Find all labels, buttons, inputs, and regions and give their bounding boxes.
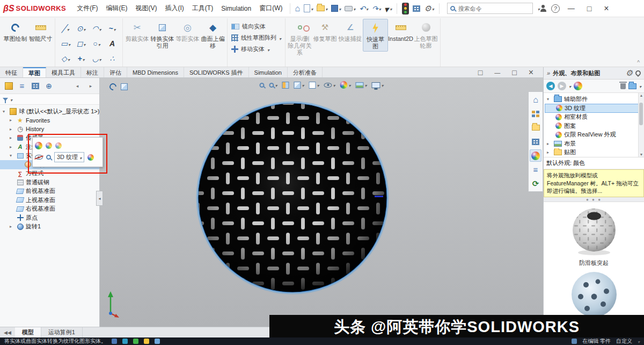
- tree-item-material[interactable]: 普通碳钢: [0, 178, 99, 187]
- convert-entities-button[interactable]: 转换实体引用: [150, 19, 175, 51]
- menu-view[interactable]: 视图(V): [132, 2, 161, 15]
- taskpane-view-palette-tab[interactable]: [530, 135, 541, 148]
- status-icon-2[interactable]: [122, 339, 128, 344]
- expander-icon[interactable]: [10, 127, 14, 132]
- taskpane-custom-properties-tab[interactable]: [530, 163, 541, 176]
- tab-features[interactable]: 特征: [0, 67, 23, 77]
- offset-entities-button[interactable]: ◎ 等距实体: [175, 19, 200, 44]
- nav-forward-button[interactable]: ▶: [558, 82, 566, 90]
- menu-file[interactable]: 文件(F): [73, 2, 101, 15]
- point-tool[interactable]: [105, 51, 120, 66]
- tree-item-revolve[interactable]: 旋转1: [0, 222, 99, 232]
- expander-icon[interactable]: [547, 141, 552, 146]
- section-view-button[interactable]: [282, 82, 289, 89]
- expander-icon[interactable]: [10, 135, 14, 140]
- scroll-up-arrow[interactable]: ▲: [640, 94, 643, 97]
- expander-icon[interactable]: [10, 153, 14, 158]
- zoom-to-selection-icon[interactable]: [46, 155, 51, 160]
- maximize-button[interactable]: [581, 3, 597, 14]
- menu-tools[interactable]: 工具(T): [188, 2, 217, 15]
- model-sphere[interactable]: [191, 96, 394, 300]
- expander-icon[interactable]: [3, 109, 8, 114]
- dimxpert-tab[interactable]: [44, 81, 54, 91]
- view-cube-button[interactable]: [121, 83, 128, 92]
- library-item-decals[interactable]: 贴图: [545, 148, 644, 157]
- thumbnail-tread-plate[interactable]: [565, 206, 624, 257]
- close-button[interactable]: [598, 3, 614, 15]
- status-icon-3[interactable]: [133, 339, 138, 344]
- doc-minimize-button[interactable]: [494, 69, 500, 76]
- tree-item-part[interactable]: 球 (默认<<默认>_显示状态 1>): [0, 107, 99, 116]
- menu-insert[interactable]: 插入(I): [162, 2, 188, 15]
- taskpane-file-explorer-tab[interactable]: [530, 121, 541, 134]
- tab-evaluate[interactable]: 评估: [104, 67, 127, 77]
- doc-close-button[interactable]: [529, 68, 533, 77]
- library-folder-icon[interactable]: [628, 83, 636, 89]
- taskpane-sync-tab[interactable]: [530, 177, 541, 190]
- tab-addins[interactable]: SOLIDWORKS 插件: [184, 67, 249, 77]
- tab-analysis-prep[interactable]: 分析准备: [288, 67, 323, 77]
- menu-window[interactable]: 窗口(W): [255, 2, 286, 15]
- tree-filter[interactable]: [0, 94, 99, 105]
- display-settings-button[interactable]: [411, 4, 422, 13]
- doc-maximize-button[interactable]: [512, 68, 516, 77]
- open-button[interactable]: [315, 4, 329, 13]
- print-button[interactable]: [343, 4, 357, 13]
- tree-item-favorites[interactable]: Favorites: [0, 116, 99, 125]
- pin-icon[interactable]: [634, 69, 642, 77]
- display-relations-button[interactable]: 显示/删除几何关系: [287, 19, 312, 58]
- polygon-tool[interactable]: [58, 51, 73, 66]
- command-search[interactable]: [447, 3, 533, 14]
- motion-study-tab[interactable]: 运动算例1: [41, 327, 83, 337]
- help-button[interactable]: ?: [550, 3, 561, 14]
- pane-arrow-left[interactable]: ◂: [72, 81, 82, 91]
- search-input[interactable]: [457, 5, 536, 12]
- configurationmanager-tab[interactable]: [31, 81, 40, 91]
- centerline-tool[interactable]: [74, 51, 89, 66]
- hide-body-icon[interactable]: [35, 155, 43, 160]
- undo-button[interactable]: [357, 3, 370, 14]
- units-selector[interactable]: 自定义: [616, 337, 632, 345]
- menu-edit[interactable]: 编辑(E): [103, 2, 131, 15]
- hide-show-items-button[interactable]: [324, 81, 335, 89]
- status-icon-5[interactable]: [155, 339, 160, 344]
- circle-tool[interactable]: [74, 21, 89, 35]
- model-tab[interactable]: 模型: [15, 327, 41, 337]
- view-settings-button[interactable]: [372, 81, 384, 89]
- gear-icon[interactable]: [626, 68, 633, 78]
- repair-sketch-button[interactable]: 修复草图: [312, 19, 338, 44]
- arc-tool[interactable]: [89, 21, 104, 35]
- view-orientation-button[interactable]: [294, 81, 304, 89]
- tree-item-front-plane[interactable]: 前视基准面: [0, 187, 99, 196]
- menu-simulation[interactable]: Simulation: [217, 3, 255, 15]
- surface-offset-button[interactable]: ◆ 曲面上偏移: [200, 19, 225, 51]
- select-button[interactable]: [383, 4, 393, 13]
- panel-collapse-handle[interactable]: [96, 191, 103, 206]
- propertymanager-tab[interactable]: [17, 81, 27, 91]
- rectangle-tool[interactable]: [58, 36, 73, 51]
- texture-ball-icon[interactable]: [55, 142, 62, 149]
- doc-restore-button[interactable]: [478, 68, 482, 77]
- nav-back-button[interactable]: ◀: [546, 82, 555, 90]
- save-button[interactable]: [330, 4, 342, 13]
- library-item-3d-textures[interactable]: 3D 纹理: [545, 104, 644, 113]
- text-tool[interactable]: [105, 36, 120, 51]
- tab-annotation[interactable]: 标注: [81, 67, 104, 77]
- ellipse-tool[interactable]: [89, 36, 104, 51]
- tree-item-equations[interactable]: 方程式: [0, 169, 99, 178]
- tree-item-right-plane[interactable]: 右视基准面: [0, 205, 99, 214]
- tab-mbd-dimensions[interactable]: MBD Dimensions: [127, 67, 184, 77]
- appearance-ball-icon[interactable]: [35, 142, 42, 149]
- scrollbar-thumb[interactable]: [639, 103, 643, 125]
- trash-icon[interactable]: [620, 83, 626, 89]
- move-entities-button[interactable]: 移动实体: [231, 45, 281, 53]
- tab-mold-tools[interactable]: 模具工具: [46, 67, 81, 77]
- library-item-camera-material[interactable]: 相室材质: [545, 113, 644, 122]
- trim-entities-button[interactable]: ✂ 剪裁实体: [125, 19, 150, 44]
- redo-button[interactable]: [370, 3, 383, 14]
- taskpane-appearances-tab[interactable]: [530, 149, 541, 162]
- ribbon-collapse-arrow[interactable]: ^: [637, 60, 640, 66]
- scroll-down-arrow[interactable]: ▼: [640, 153, 643, 156]
- tab-scroll-arrows[interactable]: ◀◀: [0, 330, 15, 335]
- library-item-realview-only[interactable]: 仅限 RealView 外观: [545, 131, 644, 140]
